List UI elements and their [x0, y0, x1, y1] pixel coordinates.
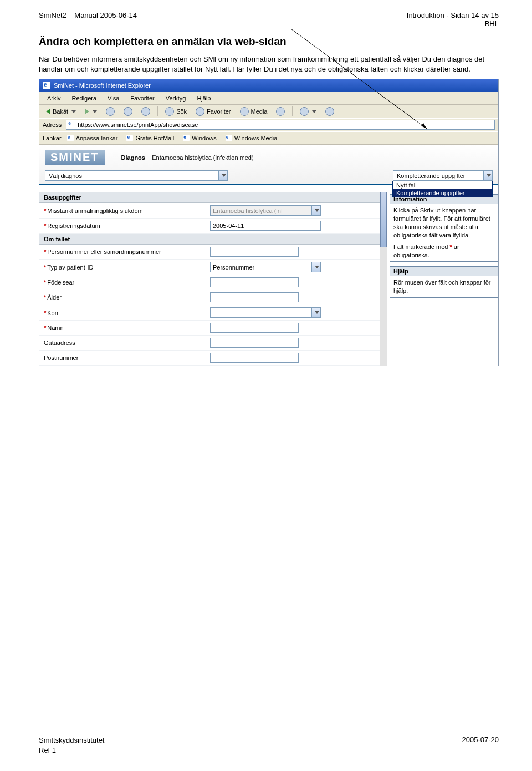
browser-window: SmiNet - Microsoft Internet Explorer Ark… — [39, 79, 499, 366]
address-label: Adress — [43, 121, 62, 128]
side-column: Information Klicka på Skriv ut-knappen n… — [387, 192, 498, 366]
toolbar: Bakåt Sök Favoriter Media — [39, 105, 498, 118]
select-kon-button[interactable] — [311, 308, 320, 317]
label-regdatum: Registreringsdatum — [47, 222, 100, 229]
stop-button[interactable] — [103, 106, 118, 117]
input-namn[interactable] — [210, 323, 299, 333]
section-basuppgifter: Basuppgifter — [39, 192, 380, 203]
diagnos-select[interactable]: Välj diagnos — [45, 170, 228, 181]
row-kon: *Kön — [39, 305, 380, 321]
row-namn: *Namn — [39, 321, 380, 336]
dropdown-option-nytt-fall[interactable]: Nytt fall — [393, 181, 492, 189]
media-button[interactable]: Media — [237, 106, 271, 117]
home-button[interactable] — [138, 106, 154, 117]
help-panel: Hjälp Rör musen över fält och knappar fö… — [390, 266, 498, 298]
row-postnummer: Postnummer — [39, 351, 380, 366]
link-windows[interactable]: Windows — [180, 135, 220, 141]
scrollbar-thumb[interactable] — [380, 192, 387, 247]
app-header: SMINET Diagnos Entamoeba histolytica (in… — [39, 145, 498, 185]
select-sjukdom: Entamoeba histolytica (inf — [210, 205, 321, 216]
input-alder[interactable] — [210, 292, 299, 302]
document-header: SmiNet2 – Manual 2005-06-14 Introduktion… — [39, 11, 499, 28]
window-title: SmiNet - Microsoft Internet Explorer — [54, 82, 151, 89]
label-postnummer: Postnummer — [44, 354, 78, 361]
label-gatuadress: Gatuadress — [44, 339, 75, 346]
row-patientid: *Typ av patient-ID Personnummer — [39, 260, 380, 275]
link-windowsmedia[interactable]: Windows Media — [222, 135, 281, 141]
media-icon — [240, 107, 249, 116]
select-sjukdom-button — [311, 206, 320, 215]
back-icon — [46, 109, 50, 114]
form-scrollbar[interactable] — [380, 192, 387, 366]
address-input[interactable] — [66, 120, 495, 130]
info-panel: Information Klicka på Skriv ut-knappen n… — [390, 194, 498, 262]
stop-icon — [106, 107, 115, 116]
separator — [292, 106, 293, 116]
history-button[interactable] — [273, 106, 288, 117]
link-icon — [226, 135, 232, 141]
row-sjukdom: *Misstänkt anmälningpliktig sjukdom Enta… — [39, 203, 380, 219]
menu-arkiv[interactable]: Arkiv — [43, 94, 65, 103]
history-icon — [276, 107, 285, 116]
chevron-down-icon — [315, 266, 319, 268]
footer-institute: Smittskyddsinstitutet — [39, 736, 105, 745]
form-type-select[interactable]: Kompletterande uppgifter Nytt fall Kompl… — [393, 170, 493, 181]
input-fodelsear[interactable] — [210, 277, 299, 287]
link-icon — [183, 135, 190, 141]
diagnos-label: Diagnos — [121, 154, 145, 161]
refresh-button[interactable] — [120, 106, 136, 117]
link-hotmail[interactable]: Gratis HotMail — [123, 135, 177, 141]
back-button[interactable]: Bakåt — [43, 107, 79, 116]
form-type-value: Kompletterande uppgifter — [393, 173, 469, 179]
label-personnr: Personnummer eller samordningsnummer — [47, 248, 161, 255]
doc-header-left: SmiNet2 – Manual 2005-06-14 — [39, 11, 137, 28]
menu-verktyg[interactable]: Verktyg — [161, 94, 191, 103]
info-text-1: Klicka på Skriv ut-knappen när formuläre… — [393, 206, 494, 239]
input-regdatum[interactable] — [210, 221, 321, 231]
menu-redigera[interactable]: Redigera — [67, 94, 101, 103]
menu-visa[interactable]: Visa — [103, 94, 124, 103]
link-icon — [67, 135, 74, 141]
doc-header-right-1: Introduktion - Sidan 14 av 15 — [407, 11, 499, 19]
menu-bar: Arkiv Redigera Visa Favoriter Verktyg Hj… — [39, 92, 498, 105]
chevron-down-icon — [93, 110, 97, 113]
input-gatuadress[interactable] — [210, 338, 299, 348]
select-kon[interactable] — [210, 307, 321, 318]
menu-favoriter[interactable]: Favoriter — [126, 94, 158, 103]
row-gatuadress: Gatuadress — [39, 336, 380, 351]
chevron-down-icon — [487, 174, 491, 177]
separator — [157, 106, 158, 116]
chevron-down-icon — [312, 110, 316, 113]
form-column: Basuppgifter *Misstänkt anmälningpliktig… — [39, 192, 387, 366]
doc-header-right-2: BHL — [407, 19, 499, 28]
select-patientid-button[interactable] — [311, 262, 320, 272]
print-button[interactable] — [322, 106, 337, 117]
search-button[interactable]: Sök — [162, 106, 190, 117]
label-sjukdom: Misstänkt anmälningpliktig sjukdom — [47, 207, 142, 214]
forward-icon — [85, 109, 89, 114]
form-type-button[interactable] — [483, 171, 492, 180]
forward-button[interactable] — [81, 108, 100, 115]
brand-logo: SMINET — [45, 150, 105, 165]
input-personnr[interactable] — [210, 247, 299, 257]
link-anpassa[interactable]: Anpassa länkar — [64, 135, 121, 141]
links-bar: Länkar Anpassa länkar Gratis HotMail Win… — [39, 131, 498, 145]
diagnos-select-button[interactable] — [218, 171, 227, 180]
mail-button[interactable] — [296, 106, 320, 117]
address-bar: Adress — [39, 118, 498, 131]
row-fodelsear: *Födelseår — [39, 275, 380, 290]
help-text: Rör musen över fält och knappar för hjäl… — [390, 276, 498, 297]
favorites-button[interactable]: Favoriter — [192, 106, 234, 117]
dropdown-option-kompletterande[interactable]: Kompletterande uppgifter — [393, 189, 492, 197]
label-alder: Ålder — [47, 294, 62, 301]
link-icon — [126, 135, 133, 141]
menu-hjalp[interactable]: Hjälp — [192, 94, 215, 103]
chevron-down-icon — [315, 209, 319, 212]
chevron-down-icon — [71, 110, 76, 113]
mail-icon — [300, 107, 309, 116]
label-namn: Namn — [47, 324, 63, 331]
star-icon — [196, 107, 204, 116]
row-regdatum: *Registreringsdatum — [39, 219, 380, 234]
select-patientid[interactable]: Personnummer — [210, 262, 321, 272]
input-postnummer[interactable] — [210, 353, 299, 363]
